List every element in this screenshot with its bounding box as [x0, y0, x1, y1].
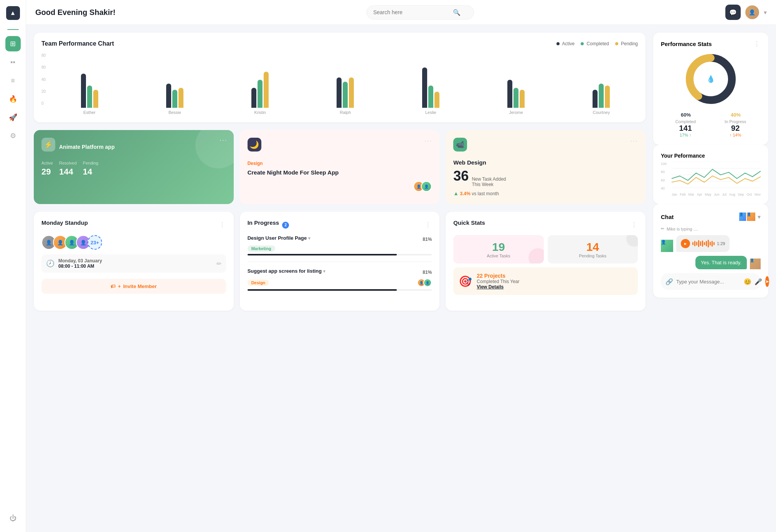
sidebar-item-flame[interactable]: 🔥: [5, 91, 21, 107]
progress-bar-fill: [248, 254, 397, 255]
sidebar-item-dashboard[interactable]: ⊞: [5, 36, 21, 51]
avatar-dropdown-icon[interactable]: ▾: [764, 9, 767, 16]
sleep-card-category: Design: [248, 161, 432, 166]
reply-bubble: Yes. That is ready.: [695, 256, 747, 269]
inprogress-menu[interactable]: ⋮: [425, 221, 432, 229]
bar: [93, 90, 98, 108]
inprogress-badge: 2: [282, 222, 289, 229]
team-performance-chart: Team Performance Chart Active Completed: [34, 33, 646, 122]
bar: [507, 80, 512, 108]
animate-card-stats: Active 29 Resolved 144 Pending 14: [41, 161, 226, 177]
meeting-hours: 08:00 - 11:00 AM: [58, 264, 102, 269]
emoji-icon[interactable]: 😊: [744, 278, 751, 285]
av-plus[interactable]: 23+: [88, 235, 102, 250]
inprogress-title: In Progress: [248, 219, 279, 226]
search-icon: 🔍: [453, 9, 461, 16]
logo: ▲: [6, 6, 20, 20]
animate-card: ⚡ Animate Platform app ··· Active 29: [34, 130, 234, 204]
chart-legend: Active Completed Pending: [556, 41, 638, 46]
chat-input-row[interactable]: 🔗 😊 🎤 ➤: [661, 273, 761, 290]
perf-stats-menu[interactable]: ⋮: [754, 40, 761, 48]
pencil-icon: ✏: [661, 226, 664, 231]
sidebar-divider: [7, 29, 19, 30]
webdesign-subtitle1: New Task Added: [472, 176, 506, 182]
sleep-card-menu[interactable]: ···: [424, 138, 432, 145]
chat-input[interactable]: [676, 279, 741, 285]
bar: [434, 92, 439, 108]
bar: [520, 90, 525, 108]
bar-group: Kristin: [224, 62, 297, 115]
invite-member-button[interactable]: 🏷 + Invite Member: [41, 279, 226, 294]
legend-completed: Completed: [581, 41, 609, 46]
bar: [264, 72, 269, 108]
progress-items-list: Design User Profile Page ▾ 81% Marketing…: [248, 235, 432, 297]
greeting: Good Evening Shakir!: [35, 8, 116, 17]
list-icon: ≡: [11, 77, 15, 85]
mic-icon[interactable]: 🎤: [755, 278, 762, 285]
standup-menu[interactable]: ⋮: [219, 221, 226, 229]
tag-icon: 🏷: [111, 283, 116, 289]
search-bar[interactable]: 🔍: [367, 5, 474, 20]
line-chart-yaxis: 100806040: [661, 162, 667, 190]
chart-icon: ▪▪: [10, 58, 15, 66]
chat-header: Chat 👤 👤 ▾: [661, 212, 761, 222]
line-chart: 100806040: [661, 162, 761, 196]
sidebar-item-power[interactable]: ⏻: [5, 511, 21, 526]
edit-icon[interactable]: ✏: [216, 260, 221, 267]
cards-row: ⚡ Animate Platform app ··· Active 29: [34, 130, 646, 204]
progress-pct: 81%: [423, 270, 432, 275]
voice-time: 1:29: [717, 241, 725, 246]
progress-bar-bg: [248, 289, 432, 291]
projects-label: Completed This Year: [477, 279, 519, 284]
quick-stats-card: Quick Stats ⋮ 19 Active Tasks 14: [446, 212, 646, 311]
sidebar-item-rocket[interactable]: 🚀: [5, 110, 21, 125]
webdesign-change: 3.4%: [460, 191, 471, 196]
bar-label: Kristin: [254, 110, 266, 115]
sidebar-item-settings[interactable]: ⚙: [5, 128, 21, 143]
chat-collapse-icon[interactable]: ▾: [758, 213, 761, 221]
progress-row: Suggest app screens for listing ▾ 81%: [248, 268, 432, 276]
bar-group: Courtney: [565, 62, 638, 115]
quick-stats-menu[interactable]: ⋮: [631, 221, 638, 229]
completed-change: 17% ↑: [675, 133, 696, 137]
inprogress-value: 92: [725, 124, 746, 133]
flame-icon: 🔥: [9, 95, 17, 103]
play-button[interactable]: ▶: [681, 239, 690, 248]
progress-item: Design User Profile Page ▾ 81% Marketing: [248, 235, 432, 262]
sleep-card-icon: 🌙: [248, 138, 261, 152]
standup-title: Monday Standup: [41, 219, 88, 226]
user-avatar[interactable]: 👤: [745, 5, 759, 19]
bar: [513, 88, 518, 108]
webdesign-card-icon: 📹: [453, 138, 467, 152]
donut-center-icon: 💧: [707, 75, 715, 83]
power-icon: ⏻: [10, 514, 17, 522]
your-performance-card: Your Peformance 100806040: [653, 145, 768, 204]
reply-row: Yes. That is ready. 👤: [661, 256, 761, 269]
send-button[interactable]: ➤: [765, 276, 769, 287]
message-button[interactable]: 💬: [725, 5, 741, 20]
webdesign-card-menu[interactable]: ···: [631, 138, 638, 145]
chart-title: Team Performance Chart: [41, 40, 114, 47]
completed-dot: [581, 42, 584, 45]
projects-count: 22 Projects: [477, 273, 519, 279]
search-input[interactable]: [373, 9, 450, 15]
right-panel: Performance Stats ⋮ 💧: [653, 33, 768, 524]
projects-link[interactable]: View Details: [477, 284, 519, 290]
performance-stats-card: Performance Stats ⋮ 💧: [653, 33, 768, 145]
bar: [178, 88, 183, 108]
message-icon: 💬: [729, 9, 737, 16]
active-tasks-label: Active Tasks: [487, 254, 510, 258]
projects-item: 🎯 22 Projects Completed This Year View D…: [453, 267, 638, 295]
active-tasks-item: 19 Active Tasks: [453, 235, 543, 264]
animate-stat-active: Active 29: [41, 161, 53, 177]
inprogress-change: ↑ 14%: [725, 133, 746, 137]
sidebar-item-chart[interactable]: ▪▪: [5, 54, 21, 70]
animate-card-menu[interactable]: ···: [220, 136, 228, 144]
sidebar-item-list[interactable]: ≡: [5, 73, 21, 88]
bar: [349, 77, 354, 108]
bar: [593, 90, 598, 108]
sidebar: ▲ ⊞ ▪▪ ≡ 🔥 🚀 ⚙ ⏻: [0, 0, 26, 532]
legend-active: Active: [556, 41, 575, 46]
quick-stats-grid: 19 Active Tasks 14 Pending Tasks: [453, 235, 638, 264]
bar: [343, 82, 348, 108]
